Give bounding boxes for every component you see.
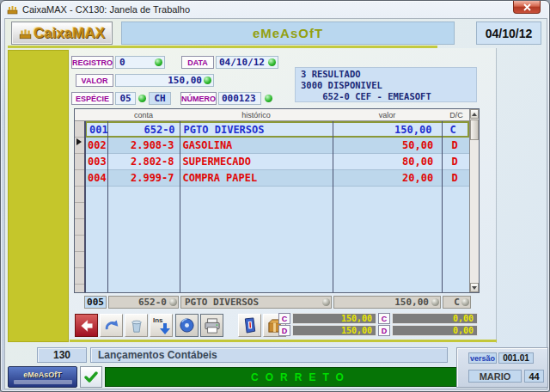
debit-diff-value: 0,00 — [392, 325, 478, 336]
help-book-icon — [242, 317, 258, 334]
close-button[interactable] — [513, 1, 541, 14]
conta-status-led — [169, 298, 177, 306]
app-window: CaixaMAX - CX130: Janela de Trabalho Cai… — [0, 0, 550, 392]
edit-historico-field[interactable]: PGTO DIVERSOS — [180, 296, 332, 309]
print-button[interactable] — [200, 314, 223, 337]
scroll-up-button[interactable] — [470, 109, 479, 119]
versao-button[interactable]: versão — [468, 352, 497, 364]
valor-label: VALOR — [76, 74, 113, 87]
side-bar — [8, 50, 69, 342]
undo-button[interactable] — [100, 314, 123, 337]
col-header-dc: D/C — [442, 109, 471, 121]
valor-edit-status-led — [431, 298, 439, 306]
titlebar: CaixaMAX - CX130: Janela de Trabalho — [1, 1, 550, 18]
credit-total-value: 150,00 — [292, 313, 376, 324]
screen-description: Lançamentos Contábeis — [90, 347, 448, 363]
logo-text: CaixaMAX — [34, 25, 105, 42]
col-header-valor: valor — [333, 109, 442, 121]
col-header-historico: histórico — [180, 109, 333, 121]
numero-value: 000123 — [222, 93, 256, 104]
valor-status-led — [204, 77, 211, 84]
terminal-number: 44 — [524, 370, 544, 383]
status-message-bar: CORRETO — [105, 367, 497, 387]
title-banner: eMeAsOfT — [121, 21, 455, 45]
credit-total-label: C — [278, 313, 290, 324]
grid-divider — [180, 121, 180, 292]
arrow-down-icon — [472, 286, 477, 290]
edit-conta-field[interactable]: 652-0 — [108, 296, 179, 309]
info-line: 3 RESULTADO — [301, 69, 476, 80]
table-row[interactable]: 003 2.802-8 SUPERMECADO 80,00 D — [85, 154, 469, 170]
save-button[interactable] — [175, 314, 199, 337]
credit-diff-value: 0,00 — [392, 313, 478, 324]
especie-label: ESPÉCIE — [71, 92, 113, 105]
date-display: 04/10/12 — [476, 21, 541, 45]
crown-icon — [19, 28, 32, 40]
debit-total-label: D — [278, 325, 290, 336]
table-row[interactable]: 004 2.999-7 COMPRA PAPEL 20,00 D — [85, 170, 469, 187]
grid-divider — [107, 121, 108, 292]
especie-status-led — [138, 95, 146, 102]
vertical-scrollbar[interactable] — [469, 109, 479, 292]
version-value: 001.01 — [498, 352, 534, 364]
trash-icon — [129, 318, 144, 334]
debit-total-value: 150,00 — [292, 325, 376, 336]
version-panel: versão 001.01 MARIO 44 — [456, 347, 548, 388]
debit-diff-label: D — [378, 325, 390, 336]
confirm-button[interactable] — [80, 366, 102, 388]
disk-icon — [179, 317, 195, 334]
help-button[interactable] — [238, 314, 261, 337]
window-title: CaixaMAX - CX130: Janela de Trabalho — [22, 4, 190, 15]
grid-divider — [85, 121, 86, 292]
edit-valor-field[interactable]: 150,00 — [333, 296, 441, 309]
vendor-logo-text: eMeAsOfT — [23, 371, 62, 379]
scroll-thumb[interactable] — [470, 119, 479, 140]
data-field[interactable]: 04/10/12 — [216, 56, 278, 69]
delete-button[interactable] — [125, 314, 148, 337]
info-line: 3000 DISPONIVEL — [301, 80, 476, 91]
panel-bottom-strip — [70, 340, 497, 342]
data-status-led — [268, 58, 276, 66]
registro-field[interactable]: 0 — [115, 56, 165, 69]
dc-status-led — [461, 298, 469, 306]
info-line: 652-0 CEF - EMEASOFT — [301, 91, 476, 102]
app-logo: CaixaMAX — [11, 21, 113, 45]
edit-dc-field[interactable]: C — [443, 296, 471, 309]
especie-field[interactable]: 05 — [115, 92, 136, 105]
registro-status-led — [155, 58, 162, 66]
historico-status-led — [322, 298, 330, 306]
vendor-logo: eMeAsOfT — [8, 366, 77, 388]
registro-label: REGISTRO — [71, 56, 113, 69]
scroll-down-button[interactable] — [470, 283, 479, 292]
app-icon — [7, 4, 18, 15]
data-label: DATA — [181, 56, 214, 69]
table-row[interactable]: 001 652-0 PGTO DIVERSOS 150,00 C — [85, 121, 469, 138]
undo-icon — [103, 318, 120, 334]
table-row[interactable]: 002 2.908-3 GASOLINA 50,00 D — [85, 138, 469, 154]
account-info-box: 3 RESULTADO 3000 DISPONIVEL 652-0 CEF - … — [295, 67, 477, 102]
valor-value: 150,00 — [168, 75, 202, 86]
especie-tipo: CH — [154, 93, 165, 104]
numero-field[interactable]: 000123 — [218, 92, 261, 105]
banner-text: eMeAsOfT — [253, 26, 323, 40]
screen-code: 130 — [37, 347, 87, 363]
checkmark-icon — [84, 371, 98, 383]
especie-tipo-box: CH — [149, 92, 171, 105]
credit-diff-label: C — [378, 313, 390, 324]
printer-icon — [204, 318, 221, 334]
user-name: MARIO — [468, 370, 522, 383]
edit-num-field[interactable]: 005 — [84, 296, 107, 309]
close-icon — [523, 3, 531, 11]
back-button[interactable] — [75, 314, 98, 337]
valor-field[interactable]: 150,00 — [115, 74, 214, 87]
especie-value: 05 — [119, 93, 131, 104]
grid-body: 001 652-0 PGTO DIVERSOS 150,00 C 002 2.9… — [85, 121, 469, 292]
row-selector-column — [75, 121, 85, 292]
grid-divider — [442, 121, 443, 292]
registro-value: 0 — [119, 57, 125, 68]
insert-arrow-icon — [160, 323, 170, 334]
insert-button[interactable]: Ins — [150, 314, 173, 337]
vendor-logo-subline — [14, 380, 72, 384]
numero-label: NÚMERO — [180, 92, 217, 105]
entries-grid: conta histórico valor D/C 001 652-0 PGTO… — [74, 108, 480, 293]
